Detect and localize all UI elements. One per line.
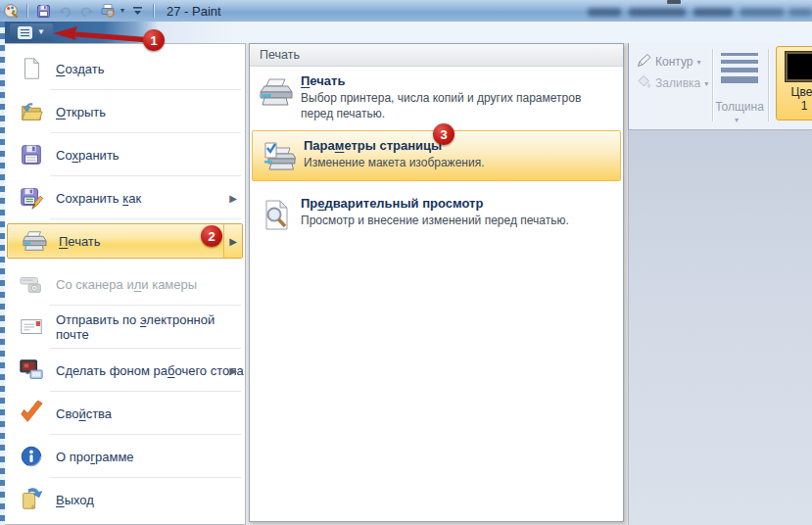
title-bar: ▾ 27 - Paint — [0, 0, 812, 22]
print-submenu-panel: Печать Печать Выбор принтера, числа копи… — [249, 43, 624, 522]
submenu-arrow-icon: ▶ — [229, 193, 237, 204]
annotation-badge-3: 3 — [433, 123, 454, 145]
submenu-item-desc: Просмотр и внесение изменений перед печа… — [301, 213, 569, 228]
properties-check-icon — [17, 401, 46, 426]
menu-item-label: Создать — [56, 62, 104, 76]
email-icon — [17, 314, 46, 340]
chevron-down-icon: ▾ — [696, 58, 700, 67]
chevron-down-icon: ▾ — [704, 79, 708, 88]
menu-item-label: Выход — [56, 493, 94, 507]
customize-qat-icon[interactable] — [128, 2, 146, 20]
ribbon-shapes-group: Контур ▾ Заливка ▾ Толщ — [628, 43, 812, 130]
canvas-background — [628, 130, 812, 525]
annotation-arrow — [51, 26, 149, 46]
blurred-text-blob — [789, 8, 812, 17]
menu-item-label: О программе — [56, 450, 134, 464]
menu-item-label: Печать — [59, 234, 101, 249]
application-menu-button[interactable]: ▼ — [10, 24, 53, 41]
blurred-text-blob — [693, 8, 733, 17]
menu-item-open[interactable]: Открыть — [5, 90, 245, 133]
paint-logo-icon — [2, 2, 20, 20]
qat-print-dropdown-icon[interactable]: ▾ — [120, 7, 124, 15]
outline-button[interactable]: Контур ▾ — [637, 53, 700, 71]
submenu-item-title: Печать — [301, 73, 595, 88]
submenu-item-text: Печать Выбор принтера, числа копий и дру… — [301, 73, 595, 121]
menu-item-label: Сохранить — [56, 148, 119, 163]
menu-item-label: Свойства — [56, 406, 112, 421]
menu-item-label: Открыть — [56, 105, 106, 119]
menu-item-save-as[interactable]: Сохранить как ▶ — [5, 176, 245, 219]
new-file-icon — [17, 56, 46, 81]
color1-label: Цвет1 — [791, 85, 812, 114]
chevron-down-icon: ▼ — [37, 28, 45, 36]
exit-icon — [17, 487, 46, 512]
annotation-badge-1: 1 — [143, 29, 165, 51]
menu-list-icon — [18, 26, 32, 39]
scanner-camera-icon — [17, 271, 46, 297]
outline-label: Контур — [655, 55, 693, 69]
menu-item-label: Сделать фоном рабочего стола — [56, 363, 244, 378]
submenu-item-title: Предварительный просмотр — [301, 196, 569, 211]
print-submenu-arrow[interactable]: ▶ — [223, 224, 242, 258]
file-menu-panel: Создать Открыть — [5, 43, 246, 525]
printer-icon — [20, 228, 49, 254]
submenu-item-text: Предварительный просмотр Просмотр и внес… — [301, 196, 569, 231]
qat-separator — [153, 4, 154, 18]
submenu-item-print[interactable]: Печать Выбор принтера, числа копий и дру… — [250, 67, 623, 128]
save-icon[interactable] — [34, 2, 52, 20]
submenu-arrow-icon: ▶ — [229, 365, 237, 376]
menu-item-label: Сохранить как — [56, 191, 141, 206]
open-folder-icon — [17, 99, 46, 124]
window-title: 27 - Paint — [167, 4, 221, 19]
annotation-badge-2: 2 — [201, 225, 222, 247]
menu-item-send-email[interactable]: Отправить по электронной почте — [5, 306, 245, 349]
pencil-outline-icon — [637, 53, 651, 71]
menu-item-new[interactable]: Создать — [5, 47, 245, 90]
submenu-item-print-preview[interactable]: Предварительный просмотр Просмотр и внес… — [250, 189, 623, 238]
desktop-background-icon — [17, 358, 46, 383]
submenu-item-text: Параметры страницы Изменение макета изоб… — [304, 138, 484, 173]
group-separator — [768, 49, 769, 121]
quick-access-toolbar: ▾ 27 - Paint — [2, 2, 221, 20]
save-as-icon — [17, 185, 46, 211]
paint-window: ▾ 27 - Paint ▼ 1 2 3 — [0, 0, 812, 525]
menu-item-label: Со сканера или камеры — [56, 277, 197, 292]
fill-button: Заливка ▾ — [637, 74, 708, 92]
thickness-lines-icon — [721, 53, 758, 83]
submenu-item-title: Параметры страницы — [304, 138, 484, 153]
qat-separator — [26, 4, 27, 18]
menu-item-set-wallpaper[interactable]: Сделать фоном рабочего стола ▶ — [5, 349, 245, 392]
menu-item-label: Отправить по электронной почте — [56, 312, 245, 342]
menu-item-from-scanner: Со сканера или камеры — [5, 262, 245, 306]
submenu-item-desc: Изменение макета изображения. — [304, 155, 484, 170]
menu-item-about[interactable]: О программе — [5, 435, 245, 478]
undo-icon — [56, 2, 73, 20]
submenu-arrow-icon: ▶ — [229, 236, 237, 247]
menu-item-exit[interactable]: Выход — [5, 478, 245, 521]
save-floppy-icon — [17, 142, 46, 167]
screen-artifact — [667, 0, 681, 4]
blurred-text-blob — [740, 8, 784, 17]
right-panel: Контур ▾ Заливка ▾ Толщ — [628, 43, 812, 525]
color1-button[interactable]: Цвет1 — [776, 46, 812, 120]
menu-item-save[interactable]: Сохранить — [5, 133, 245, 176]
redo-icon — [77, 2, 95, 20]
color1-swatch — [786, 52, 812, 81]
print-preview-icon — [258, 196, 295, 231]
fill-label: Заливка — [655, 76, 700, 90]
page-setup-icon — [261, 138, 298, 173]
qat-print-preview-icon[interactable] — [99, 2, 117, 20]
blurred-text-blob — [588, 8, 621, 17]
print-icon — [258, 73, 295, 121]
submenu-item-desc: Выбор принтера, числа копий и других пар… — [301, 90, 595, 121]
menu-item-properties[interactable]: Свойства — [5, 392, 245, 435]
thickness-label: Толщина — [695, 100, 784, 114]
thickness-dropdown-icon[interactable]: ▾ — [735, 116, 739, 124]
blurred-text-blob — [629, 8, 686, 17]
info-icon — [17, 444, 46, 469]
submenu-header: Печать — [250, 44, 623, 67]
fill-bucket-icon — [637, 74, 651, 92]
